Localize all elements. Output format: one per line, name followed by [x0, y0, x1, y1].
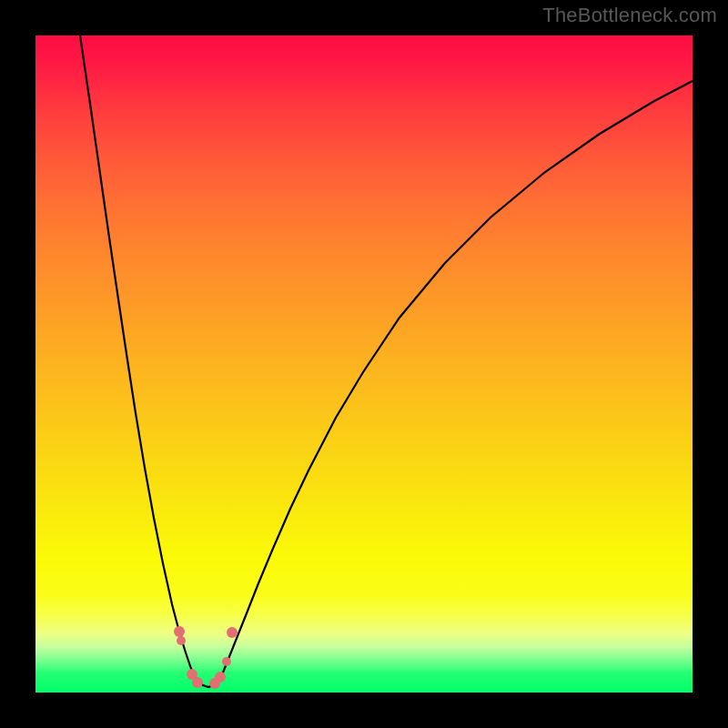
data-marker [177, 636, 186, 645]
attribution-label: TheBottleneck.com [542, 4, 717, 27]
curve-left-branch [80, 35, 193, 673]
chart-svg [35, 35, 693, 693]
plot-area [35, 35, 693, 693]
data-marker [174, 626, 185, 637]
data-marker [215, 672, 226, 682]
curve-right-branch [223, 81, 693, 672]
curve-group [80, 35, 693, 687]
data-marker [192, 677, 203, 688]
data-marker [227, 627, 238, 638]
data-marker [222, 657, 231, 666]
outer-frame: TheBottleneck.com [0, 0, 728, 728]
data-markers [174, 626, 238, 689]
